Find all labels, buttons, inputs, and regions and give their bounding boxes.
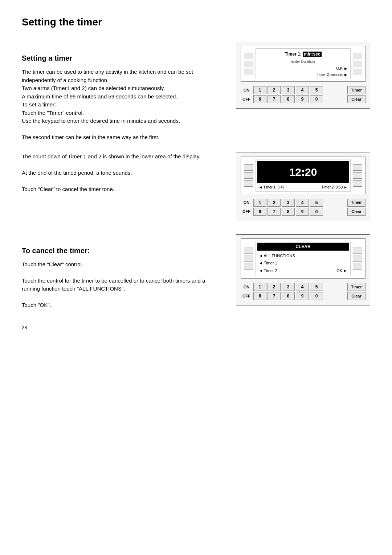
panel1-left-btn1 (244, 53, 253, 59)
panel3-keyrow1: ON 1 2 3 4 5 Timer (241, 283, 366, 291)
panel3-key-0[interactable]: 0 (310, 292, 323, 300)
panel1-key-8[interactable]: 8 (282, 95, 295, 103)
panel2-key-4[interactable]: 4 (296, 199, 309, 207)
panel1-key-7[interactable]: 7 (268, 95, 281, 103)
panel1-timer-btn[interactable]: Timer (347, 86, 366, 94)
panel3-key-9[interactable]: 9 (296, 292, 309, 300)
section1-inst3: The second timer can be set in the same … (22, 133, 221, 142)
panel3-screen-content: CLEAR ◄ ALL FUNCTIONS ◄ Timer 1 ◄ Timer … (257, 243, 349, 275)
panel3-key-1[interactable]: 1 (253, 283, 266, 291)
section3-inst3: Touch "OK". (22, 301, 221, 309)
page-number: 28 (22, 324, 370, 331)
section3-title: To cancel the timer: (22, 245, 221, 256)
panel1-on-label: ON (241, 87, 252, 93)
panel2-diagram: 12:20 ◄ Timer 1: 0:47 Timer 2: 0:53 ► ON (236, 153, 370, 221)
panel1-display: Timer 1: min:sec Enter Duration O.K. ▶ T… (241, 46, 366, 82)
panel1-left-btn3 (244, 69, 253, 75)
panel1-key-0[interactable]: 0 (310, 95, 323, 103)
panel3-on-label: ON (241, 284, 252, 290)
panel3: CLEAR ◄ ALL FUNCTIONS ◄ Timer 1 ◄ Timer … (236, 234, 370, 306)
panel3-key-3[interactable]: 3 (282, 283, 295, 291)
panel2-right-btn3 (353, 180, 362, 187)
panel3-key-4[interactable]: 4 (296, 283, 309, 291)
panel2-right-btn2 (353, 172, 362, 179)
panel3-key-7[interactable]: 7 (268, 292, 281, 300)
panel1-key-6[interactable]: 6 (253, 95, 266, 103)
panel2-timer2-label: Timer 2: 0:53 ► (322, 185, 347, 190)
panel2-key-6[interactable]: 6 (253, 208, 266, 216)
panel1-enter-duration: Enter Duration (257, 59, 349, 64)
panel1-screen: Timer 1: min:sec Enter Duration O.K. ▶ T… (256, 48, 351, 79)
section1-inst2: Use the keypad to enter the desired time… (22, 117, 221, 125)
panel1-key-3[interactable]: 3 (282, 86, 295, 94)
panel2-keyrow1: ON 1 2 3 4 5 Timer (241, 199, 366, 207)
panel2-screen-content: 12:20 ◄ Timer 1: 0:47 Timer 2: 0:53 ► (257, 161, 349, 190)
panel1-key-1[interactable]: 1 (253, 86, 266, 94)
section1-para3: A maximum time of 99 minutes and 59 seco… (22, 93, 221, 101)
panel1-right-btn3 (353, 69, 362, 75)
panel1-right-btn2 (353, 61, 362, 67)
panel2-key-8[interactable]: 8 (282, 208, 295, 216)
section1-para1: The timer can be used to time any activi… (22, 68, 221, 84)
panel2-key-0[interactable]: 0 (310, 208, 323, 216)
section1-text: Setting a timer The timer can be used to… (22, 42, 221, 142)
panel2-timer-btn[interactable]: Timer (347, 199, 366, 207)
panel2-right-btn1 (353, 164, 362, 171)
panel2-timers-row: ◄ Timer 1: 0:47 Timer 2: 0:53 ► (257, 185, 349, 190)
section2-inst: Touch "Clear" to cancel the timer tone. (22, 185, 221, 194)
panel3-right-btn3 (353, 263, 362, 270)
page-title: Setting the timer (22, 15, 370, 33)
panel2-key-5[interactable]: 5 (310, 199, 323, 207)
panel2-big-time: 12:20 (257, 161, 349, 183)
panel1-clear-btn[interactable]: Clear (347, 95, 366, 103)
panel3-key-2[interactable]: 2 (268, 283, 281, 291)
panel1-key-9[interactable]: 9 (296, 95, 309, 103)
panel3-left-btn1 (244, 247, 253, 254)
panel3-keyrow2: OFF 6 7 8 9 0 Clear (241, 292, 366, 300)
panel3-right-btn1 (353, 247, 362, 254)
panel1-keyrow1: ON 1 2 3 4 5 Timer (241, 86, 366, 94)
panel1-diagram: Timer 1: min:sec Enter Duration O.K. ▶ T… (236, 42, 370, 109)
panel2-left-btn1 (244, 164, 253, 171)
panel1-key-5[interactable]: 5 (310, 86, 323, 94)
panel2-off-label: OFF (241, 208, 252, 215)
panel3-key-6[interactable]: 6 (253, 292, 266, 300)
panel2-on-label: ON (241, 199, 252, 206)
panel2-left-btn3 (244, 180, 253, 187)
panel1-ok: O.K. ▶ (257, 66, 349, 71)
panel3-diagram: CLEAR ◄ ALL FUNCTIONS ◄ Timer 1 ◄ Timer … (236, 234, 370, 306)
panel3-key-8[interactable]: 8 (282, 292, 295, 300)
section1-para4: To set a timer: (22, 101, 221, 109)
panel2-key-1[interactable]: 1 (253, 199, 266, 207)
panel1-key-2[interactable]: 2 (268, 86, 281, 94)
panel2-display: 12:20 ◄ Timer 1: 0:47 Timer 2: 0:53 ► (241, 157, 366, 194)
panel2-key-7[interactable]: 7 (268, 208, 281, 216)
panel3-left-btns (244, 241, 253, 276)
panel2-timer1-label: ◄ Timer 1: 0:47 (259, 185, 285, 190)
panel3-left-btn3 (244, 263, 253, 270)
panel2-key-3[interactable]: 3 (282, 199, 295, 207)
panel3-timer2: ◄ Timer 2 OK ► (257, 267, 349, 275)
panel1-timer-label: Timer 1: min:sec (257, 50, 349, 58)
panel1-right-btn1 (353, 53, 362, 59)
panel3-key-5[interactable]: 5 (310, 283, 323, 291)
panel2-screen: 12:20 ◄ Timer 1: 0:47 Timer 2: 0:53 ► (256, 159, 351, 192)
panel3-screen: CLEAR ◄ ALL FUNCTIONS ◄ Timer 1 ◄ Timer … (256, 241, 351, 276)
section2-para2: At the end of the timed period, a tone s… (22, 169, 221, 177)
panel1-left-btn2 (244, 61, 253, 67)
panel2-key-9[interactable]: 9 (296, 208, 309, 216)
panel2-right-btns (353, 159, 362, 192)
panel1-screen-content: Timer 1: min:sec Enter Duration O.K. ▶ T… (257, 50, 349, 77)
panel2-clear-btn[interactable]: Clear (347, 208, 366, 216)
panel3-timer1: ◄ Timer 1 (257, 259, 349, 267)
panel1-key-4[interactable]: 4 (296, 86, 309, 94)
panel3-display: CLEAR ◄ ALL FUNCTIONS ◄ Timer 1 ◄ Timer … (241, 238, 366, 279)
panel2-keyrow2: OFF 6 7 8 9 0 Clear (241, 208, 366, 216)
panel2-key-2[interactable]: 2 (268, 199, 281, 207)
panel3-clear-btn[interactable]: Clear (347, 292, 366, 300)
panel3-timer-btn[interactable]: Timer (347, 283, 366, 291)
panel2-keypad: ON 1 2 3 4 5 Timer OFF 6 7 8 9 0 (241, 199, 366, 216)
panel1-keypad: ON 1 2 3 4 5 Timer OFF 6 7 8 9 0 (241, 86, 366, 103)
panel3-off-label: OFF (241, 293, 252, 299)
section1-para2: Two alarms (Timer1 and 2) can be selecte… (22, 84, 221, 93)
